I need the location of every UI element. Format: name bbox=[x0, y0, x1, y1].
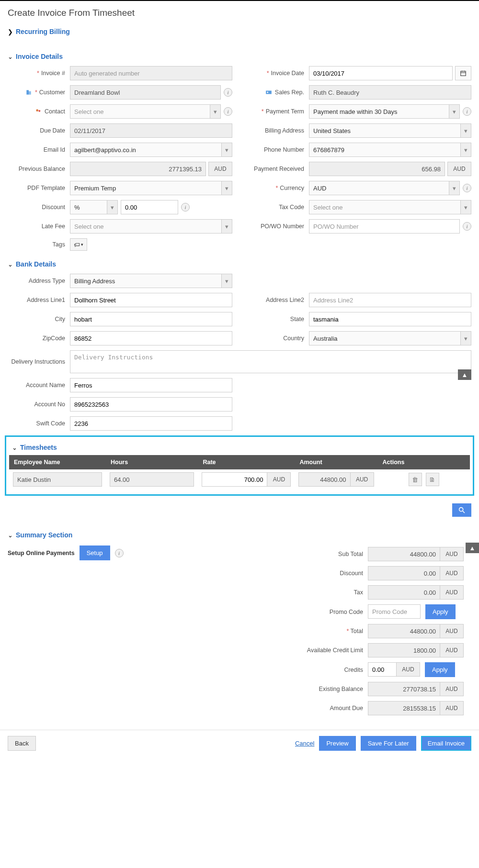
label-invoice-no: Invoice # bbox=[41, 70, 65, 77]
section-label: Recurring Billing bbox=[16, 28, 70, 35]
existing-balance-input bbox=[368, 682, 440, 696]
caret-down-icon: ▾ bbox=[81, 242, 83, 247]
info-icon[interactable]: i bbox=[181, 203, 190, 211]
th-actions: Actions bbox=[378, 455, 470, 469]
label-promo-code: Promo Code bbox=[286, 609, 368, 615]
account-name-input[interactable] bbox=[70, 378, 232, 392]
invoice-date-input[interactable] bbox=[309, 66, 453, 80]
currency-select[interactable]: AUD▾ bbox=[309, 181, 460, 195]
po-number-input[interactable] bbox=[309, 219, 460, 234]
setup-button[interactable]: Setup bbox=[80, 545, 110, 560]
customer-input[interactable] bbox=[70, 85, 221, 100]
section-label: Invoice Details bbox=[16, 53, 63, 60]
table-row: AUD AUD 🗑 🗎 bbox=[9, 469, 470, 490]
info-icon[interactable]: i bbox=[463, 184, 471, 192]
address-type-select[interactable]: Billing Address▾ bbox=[70, 274, 232, 288]
info-icon[interactable]: i bbox=[224, 88, 232, 97]
scroll-top-button[interactable]: ▲ bbox=[466, 543, 479, 553]
city-input[interactable] bbox=[70, 312, 232, 326]
svg-rect-0 bbox=[461, 71, 466, 76]
info-icon[interactable]: i bbox=[224, 107, 232, 116]
state-input[interactable] bbox=[309, 312, 471, 326]
trash-icon: 🗑 bbox=[412, 476, 418, 483]
ts-employee-input bbox=[13, 472, 102, 487]
detail-button[interactable]: 🗎 bbox=[426, 473, 439, 486]
preview-button[interactable]: Preview bbox=[319, 736, 355, 751]
section-recurring-billing[interactable]: ❯ Recurring Billing bbox=[0, 23, 479, 39]
pdf-template-select[interactable]: Premium Temp▾ bbox=[70, 181, 232, 195]
currency-unit: AUD bbox=[440, 643, 464, 657]
calendar-icon[interactable] bbox=[455, 66, 471, 80]
sales-rep-input[interactable] bbox=[309, 85, 471, 100]
credit-limit-input bbox=[368, 643, 440, 657]
chevron-up-icon: ▲ bbox=[469, 545, 476, 552]
payment-term-select[interactable]: Payment made within 30 Days▾ bbox=[309, 104, 460, 119]
apply-promo-button[interactable]: Apply bbox=[425, 604, 456, 619]
section-timesheets[interactable]: ⌄ Timesheets bbox=[9, 439, 470, 455]
chevron-down-icon: ▾ bbox=[221, 220, 232, 233]
svg-point-8 bbox=[36, 109, 38, 111]
label-state: State bbox=[290, 316, 304, 323]
section-bank-details[interactable]: ⌄ Bank Details bbox=[0, 256, 479, 272]
credits-input[interactable] bbox=[368, 662, 397, 677]
save-for-later-button[interactable]: Save For Later bbox=[361, 736, 416, 751]
chevron-down-icon: ▾ bbox=[460, 143, 471, 156]
chevron-down-icon: ▾ bbox=[107, 200, 117, 214]
currency-unit: AUD bbox=[350, 472, 374, 487]
invoice-no-input bbox=[70, 66, 232, 80]
phone-select[interactable]: 676867879▾ bbox=[309, 143, 471, 157]
discount-type-select[interactable]: %▾ bbox=[70, 200, 118, 214]
label-payment-term: Payment Term bbox=[266, 108, 304, 115]
label-currency: Currency bbox=[280, 185, 304, 191]
section-label: Bank Details bbox=[16, 260, 56, 268]
label-credits: Credits bbox=[286, 667, 368, 673]
delete-button[interactable]: 🗑 bbox=[409, 473, 422, 486]
late-fee-select[interactable]: Select one▾ bbox=[70, 219, 232, 234]
account-no-input[interactable] bbox=[70, 397, 232, 412]
scroll-top-button[interactable]: ▲ bbox=[458, 369, 471, 380]
billing-address-select[interactable]: United States▾ bbox=[309, 123, 471, 138]
currency-unit: AUD bbox=[396, 662, 420, 677]
tags-button[interactable]: 🏷▾ bbox=[70, 238, 87, 251]
section-summary[interactable]: ⌄ Summary Section bbox=[0, 526, 479, 543]
contact-select[interactable]: Select one▾ bbox=[70, 104, 221, 119]
chevron-up-icon: ▲ bbox=[462, 371, 468, 378]
section-label: Summary Section bbox=[16, 531, 72, 539]
info-icon[interactable]: i bbox=[115, 549, 124, 557]
email-select[interactable]: agilbert@apptivo.co.in▾ bbox=[70, 143, 232, 157]
section-invoice-details[interactable]: ⌄ Invoice Details bbox=[0, 48, 479, 64]
search-button[interactable] bbox=[452, 503, 471, 517]
currency-unit: AUD bbox=[440, 624, 464, 638]
country-select[interactable]: Australia▾ bbox=[309, 331, 471, 345]
th-rate: Rate bbox=[198, 455, 295, 469]
label-po-number: PO/WO Number bbox=[261, 223, 304, 230]
apply-credits-button[interactable]: Apply bbox=[425, 662, 455, 677]
back-button[interactable]: Back bbox=[8, 736, 36, 751]
promo-code-input[interactable] bbox=[368, 604, 421, 619]
tax-code-select[interactable]: Select one▾ bbox=[309, 200, 471, 214]
label-billing-address: Billing Address bbox=[265, 127, 304, 134]
discount-value-input[interactable] bbox=[121, 200, 178, 214]
email-invoice-button[interactable]: Email Invoice bbox=[421, 736, 471, 751]
delivery-instructions-input[interactable] bbox=[70, 350, 471, 373]
label-account-name: Account Name bbox=[26, 382, 65, 389]
swift-code-input[interactable] bbox=[70, 416, 232, 431]
svg-point-10 bbox=[459, 508, 463, 512]
currency-unit: AUD bbox=[447, 162, 471, 176]
info-icon[interactable]: i bbox=[463, 107, 471, 116]
payment-received-input bbox=[309, 162, 445, 176]
zipcode-input[interactable] bbox=[70, 331, 232, 345]
currency-unit: AUD bbox=[440, 585, 464, 600]
label-pdf-template: PDF Template bbox=[27, 185, 65, 191]
address-line2-input[interactable] bbox=[309, 293, 471, 307]
info-icon[interactable]: i bbox=[463, 222, 471, 231]
document-icon: 🗎 bbox=[429, 476, 435, 483]
svg-line-11 bbox=[463, 511, 465, 513]
chevron-down-icon: ▾ bbox=[221, 143, 232, 156]
label-delivery-instructions: Delivery Instructions bbox=[11, 358, 65, 365]
currency-unit: AUD bbox=[440, 682, 464, 696]
search-icon bbox=[458, 506, 466, 514]
address-line1-input[interactable] bbox=[70, 293, 232, 307]
cancel-link[interactable]: Cancel bbox=[295, 740, 314, 747]
ts-rate-input[interactable] bbox=[202, 472, 267, 487]
